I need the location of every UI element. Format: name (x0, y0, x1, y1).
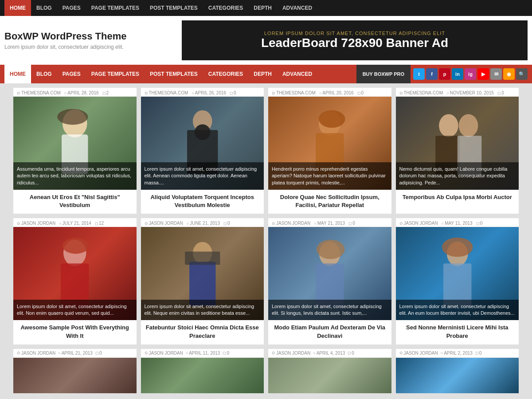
post-author-1: ⊙ THEMESDNA.COM (17, 90, 61, 95)
main-nav-post-templates[interactable]: POST TEMPLATES (145, 65, 203, 83)
buy-button[interactable]: BUY BOXWP PRO (356, 65, 411, 83)
main-nav-pages[interactable]: PAGES (57, 65, 86, 83)
post-thumb-8: Lorem ipsum dolor sit amet, consectetur … (396, 227, 519, 320)
user-icon-7: ⊙ (272, 221, 275, 226)
clock-icon-2: ○ (192, 91, 194, 95)
post-excerpt-2: Lorem ipsum dolor sit amet, consectetuer… (145, 166, 257, 185)
user-icon-2: ⊙ (145, 91, 148, 95)
facebook-icon[interactable]: f (426, 68, 438, 80)
top-nav-advanced[interactable]: ADVANCED (277, 0, 317, 16)
post-title-5[interactable]: Awesome Sample Post With Everything With… (13, 320, 137, 344)
post-thumb-3: Hendrerit porro minus reprehenderit eges… (268, 97, 391, 190)
post-title-8[interactable]: Sed Nonne Merninisti Licere Mihi Ista Pr… (396, 320, 519, 344)
post-title-link-1[interactable]: Aenean Ut Eros Et "Nisl Sagittis" Vestib… (30, 194, 120, 208)
post-excerpt-5: Lorem ipsum dolor sit amet, consectetur … (17, 304, 127, 316)
post-author-8: ⊙ JASON JORDAN (399, 221, 438, 226)
post-thumb-1: Assumenda urna, tincidunt tempora, asper… (13, 97, 137, 190)
post-thumb-9 (13, 358, 137, 393)
posts-grid-row3: ⊙ JASON JORDAN ○ APRIL 21, 2013 ◻ 0 ⊙ JA… (13, 349, 519, 393)
post-title-7[interactable]: Modo Etiam Paulum Ad Dexteram De Via Dec… (268, 320, 391, 344)
post-date-1: ○ APRIL 28, 2016 (64, 90, 99, 95)
top-nav-post-templates[interactable]: POST TEMPLATES (145, 0, 203, 16)
post-title-link-6[interactable]: Fatebuntur Stoici Haec Omnia Dicta Esse … (146, 324, 259, 339)
post-meta-5: ⊙ JASON JORDAN ○ JULY 21, 2014 ◻ 12 (13, 218, 137, 227)
post-date-10: ○ APRIL 11, 2013 (186, 351, 220, 356)
clock-icon: ○ (64, 91, 66, 95)
post-date-6: ○ JUNE 21, 2013 (187, 221, 220, 226)
post-date-7: ○ MAY 21, 2013 (314, 221, 345, 226)
post-title-link-2[interactable]: Aliquid Voluptatem Torquent Inceptos Ves… (150, 194, 254, 208)
comment-icon-2: ◻ (230, 91, 233, 95)
post-meta-1: ⊙ THEMESDNA.COM ○ APRIL 28, 2016 ◻ 2 (13, 88, 137, 97)
main-nav-home[interactable]: HOME (4, 65, 31, 83)
post-excerpt-overlay-5: Lorem ipsum dolor sit amet, consectetur … (13, 300, 137, 321)
post-title-link-3[interactable]: Dolore Quae Nec Sollicitudin Ipsum, Faci… (280, 194, 379, 208)
youtube-icon[interactable]: ▶ (477, 68, 489, 80)
post-card-12: ⊙ JASON JORDAN ○ APRIL 2, 2013 ◻ 0 (396, 349, 519, 393)
post-comments-5: ◻ 12 (95, 221, 104, 226)
post-author-5: ⊙ JASON JORDAN (17, 221, 55, 226)
post-comments-10: ◻ 0 (223, 351, 229, 356)
social-icons-group: t f p in ig ▶ ✉ ◉ 🔍 (413, 68, 528, 80)
post-title-link-4[interactable]: Temporibus Ab Culpa Ipsa Morbi Auctor (403, 194, 512, 200)
top-nav-pages[interactable]: PAGES (57, 0, 86, 16)
top-nav-depth[interactable]: DEPTH (248, 0, 277, 16)
main-nav-depth[interactable]: DEPTH (248, 65, 277, 83)
rss-icon[interactable]: ◉ (503, 68, 515, 80)
top-nav-page-templates[interactable]: PAGE TEMPLATES (86, 0, 145, 16)
post-author-10: ⊙ JASON JORDAN (145, 351, 183, 356)
post-thumb-6: Lorem ipsum dolor sit amet, consectetur … (141, 227, 264, 320)
twitter-icon[interactable]: t (413, 68, 425, 80)
post-author-11: ⊙ JASON JORDAN (272, 351, 310, 356)
post-comments-1: ◻ 2 (102, 90, 109, 95)
ad-title: LeaderBoard 728x90 Banner Ad (261, 36, 448, 50)
post-card-9: ⊙ JASON JORDAN ○ APRIL 21, 2013 ◻ 0 (13, 349, 137, 393)
email-icon[interactable]: ✉ (490, 68, 502, 80)
post-title-link-5[interactable]: Awesome Sample Post With Everything With… (20, 324, 129, 339)
post-card-4: ⊙ THEMESDNA.COM ○ NOVEMBER 10, 2015 ◻ 3 … (396, 88, 519, 214)
user-icon-10: ⊙ (145, 351, 148, 355)
main-nav-advanced[interactable]: ADVANCED (277, 65, 317, 83)
user-icon-3: ⊙ (272, 91, 275, 95)
pinterest-icon[interactable]: p (439, 68, 450, 80)
post-thumb-2: Lorem ipsum dolor sit amet, consectetuer… (141, 97, 264, 190)
post-title-link-8[interactable]: Sed Nonne Merninisti Licere Mihi Ista Pr… (406, 324, 508, 339)
user-icon-5: ⊙ (17, 221, 20, 226)
clock-icon-11: ○ (313, 351, 315, 355)
post-excerpt-overlay-8: Lorem ipsum dolor sit amet, consectetur … (396, 300, 519, 321)
post-comments-7: ◻ 0 (348, 221, 355, 226)
top-nav-home[interactable]: HOME (4, 0, 31, 16)
post-title-4[interactable]: Temporibus Ab Culpa Ipsa Morbi Auctor (396, 190, 519, 206)
post-title-6[interactable]: Fatebuntur Stoici Haec Omnia Dicta Esse … (141, 320, 264, 344)
instagram-icon[interactable]: ig (465, 68, 476, 80)
top-nav-blog[interactable]: BLOG (31, 0, 57, 16)
post-date-9: ○ APRIL 21, 2013 (58, 351, 93, 356)
post-meta-12: ⊙ JASON JORDAN ○ APRIL 2, 2013 ◻ 0 (396, 349, 519, 358)
post-author-9: ⊙ JASON JORDAN (17, 351, 55, 356)
post-thumb-7: Lorem ipsum dolor sit amet, consectetur … (268, 227, 391, 320)
user-icon-4: ⊙ (399, 91, 403, 95)
post-date-8: ○ MAY 11, 2013 (442, 221, 473, 226)
post-title-1[interactable]: Aenean Ut Eros Et "Nisl Sagittis" Vestib… (13, 190, 137, 214)
post-card-7: ⊙ JASON JORDAN ○ MAY 21, 2013 ◻ 0 Lorem … (268, 218, 391, 344)
post-excerpt-overlay-1: Assumenda urna, tincidunt tempora, asper… (13, 162, 137, 190)
main-nav-categories[interactable]: CATEGORIES (203, 65, 248, 83)
post-date-3: ○ APRIL 20, 2016 (319, 90, 354, 95)
top-nav-categories[interactable]: CATEGORIES (203, 0, 248, 16)
post-excerpt-6: Lorem ipsum dolor sit amet, consectetur … (145, 304, 254, 316)
post-title-link-7[interactable]: Modo Etiam Paulum Ad Dexteram De Via Dec… (274, 324, 385, 339)
linkedin-icon[interactable]: in (452, 68, 463, 80)
comment-icon-10: ◻ (223, 351, 226, 355)
post-title-3[interactable]: Dolore Quae Nec Sollicitudin Ipsum, Faci… (268, 190, 391, 214)
main-nav-blog[interactable]: BLOG (31, 65, 57, 83)
main-nav-page-templates[interactable]: PAGE TEMPLATES (86, 65, 145, 83)
post-card-6: ⊙ JASON JORDAN ○ JUNE 21, 2013 ◻ 0 Lorem… (141, 218, 264, 344)
clock-icon-3: ○ (319, 91, 321, 95)
user-icon-9: ⊙ (17, 351, 20, 355)
post-title-2[interactable]: Aliquid Voluptatem Torquent Inceptos Ves… (141, 190, 264, 214)
post-meta-8: ⊙ JASON JORDAN ○ MAY 11, 2013 ◻ 0 (396, 218, 519, 227)
main-content: ⊙ THEMESDNA.COM ○ APRIL 28, 2016 ◻ 2 Ass… (9, 83, 523, 398)
user-icon-12: ⊙ (399, 351, 403, 355)
post-date-5: ○ JULY 21, 2014 (59, 221, 91, 226)
search-icon[interactable]: 🔍 (516, 68, 528, 80)
